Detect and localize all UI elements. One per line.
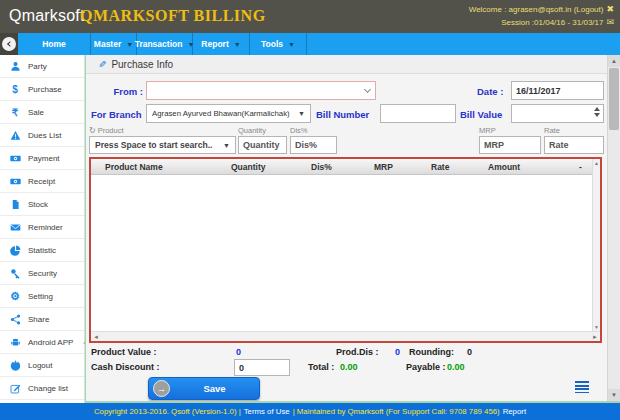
from-select[interactable] <box>146 81 376 100</box>
nav-item-tools[interactable]: Tools▼ <box>250 33 307 55</box>
col-rate: Rate <box>431 162 488 172</box>
spinner-down-icon <box>594 113 600 117</box>
sidebar-item-party[interactable]: Party <box>0 55 84 78</box>
number-spinner[interactable] <box>594 107 600 117</box>
sidebar-item-setting[interactable]: ⚙ Setting <box>0 285 84 308</box>
bill-number-input[interactable] <box>380 104 456 123</box>
scroll-up-icon[interactable]: ▲ <box>608 55 620 67</box>
sidebar: Party $ Purchase ₹ Sale Dues List Paymen… <box>0 55 85 403</box>
col-dis: Dis% <box>311 162 374 172</box>
chevron-down-icon: ▼ <box>288 41 295 48</box>
dis-input[interactable] <box>290 136 337 154</box>
chevron-down-icon: ▼ <box>223 142 230 149</box>
scroll-down-icon[interactable]: ▼ <box>608 389 620 401</box>
scroll-right-icon[interactable]: ► <box>590 334 600 340</box>
warning-icon <box>9 129 21 141</box>
close-icon[interactable]: ✖ <box>606 3 614 16</box>
product-search-select[interactable]: Press Space to start search.. ▼ <box>89 136 236 154</box>
sidebar-item-share[interactable]: Share <box>0 308 84 331</box>
welcome-text[interactable]: Welcome : agrasen@qsoft.in (Logout) <box>469 3 604 16</box>
prod-dis-label: Prod.Dis : <box>336 347 379 357</box>
cash-discount-label: Cash Discount : <box>91 362 160 372</box>
chevron-down-icon: ▼ <box>234 41 241 48</box>
sidebar-item-security[interactable]: Security <box>0 262 84 285</box>
scroll-down-icon[interactable]: ▼ <box>593 323 600 331</box>
grid-horizontal-scrollbar[interactable]: ◄ ► <box>91 331 600 341</box>
col-amount: Amount <box>488 162 561 172</box>
product-value: 0 <box>236 347 241 357</box>
cash-discount-input[interactable] <box>234 359 290 376</box>
chevron-left-icon <box>7 41 13 47</box>
sidebar-item-payment[interactable]: Payment <box>0 147 84 170</box>
gear-icon: ⚙ <box>9 290 21 302</box>
edit-icon <box>9 382 21 394</box>
grid-body-empty <box>91 175 592 331</box>
bill-value-label: Bill Value <box>460 109 502 120</box>
footer-copyright: Copyright 2013-2016. Qsoft (Version-1.0)… <box>94 407 241 416</box>
footer-terms-link[interactable]: Terms of Use <box>244 407 290 416</box>
scroll-up-icon[interactable]: ▲ <box>593 159 600 167</box>
branch-label: For Branch <box>91 109 142 120</box>
save-button[interactable]: → Save <box>148 377 260 400</box>
quantity-input[interactable] <box>238 136 287 154</box>
user-icon <box>9 60 21 72</box>
page-title: Purchase Info <box>111 59 173 70</box>
prod-dis-value: 0 <box>395 347 400 357</box>
pencil-icon: ✎ <box>98 59 106 70</box>
sidebar-item-sale[interactable]: ₹ Sale <box>0 101 84 124</box>
envelope-icon[interactable]: ✉ <box>606 16 614 29</box>
nav-item-transaction[interactable]: Transaction▼ <box>137 33 193 55</box>
footer: Copyright 2013-2016. Qsoft (Version-1.0)… <box>0 403 620 420</box>
sidebar-item-purchase[interactable]: $ Purchase <box>0 78 84 101</box>
payable-value: 0.00 <box>447 362 465 372</box>
power-icon <box>9 359 21 371</box>
bill-value-input[interactable] <box>511 104 604 123</box>
envelope-icon <box>9 221 21 233</box>
android-icon <box>9 336 21 348</box>
money-icon <box>9 152 21 164</box>
nav-collapse-zone <box>0 33 18 55</box>
grid-header-row: Product Name Quantity Dis% MRP Rate Amou… <box>91 159 600 175</box>
sidebar-collapse-button[interactable] <box>2 37 16 51</box>
mrp-input[interactable] <box>479 136 541 154</box>
product-mini-label: ↻Product <box>89 126 124 135</box>
grid-vertical-scrollbar[interactable]: ▲ ▼ <box>592 159 600 331</box>
arrow-right-icon: → <box>153 380 170 397</box>
total-label: Total : <box>308 362 334 372</box>
branch-select[interactable]: Agrasen Ayurved Bhawan(Karmalichak) ▼ <box>146 104 311 123</box>
rate-input[interactable] <box>544 136 604 154</box>
sidebar-item-reminder[interactable]: Reminder <box>0 216 84 239</box>
total-value: 0.00 <box>340 362 358 372</box>
sidebar-item-statistic[interactable]: Statistic <box>0 239 84 262</box>
session-text: Session :01/04/16 - 31/03/17 <box>501 16 603 29</box>
scroll-left-icon[interactable]: ◄ <box>91 334 101 340</box>
footer-report-link[interactable]: Report <box>503 407 526 416</box>
bill-number-label: Bill Number <box>316 109 369 120</box>
sidebar-item-dues-list[interactable]: Dues List <box>0 124 84 147</box>
app-header: Qmarksoft QMARKSOFT BILLING Welcome : ag… <box>0 0 620 33</box>
rupee-icon: ₹ <box>9 106 21 118</box>
spinner-up-icon <box>594 107 600 111</box>
refresh-icon[interactable]: ↻ <box>89 126 96 135</box>
sidebar-item-android-app[interactable]: Android APP ↗ <box>0 331 84 354</box>
sidebar-item-stock[interactable]: Stock <box>0 193 84 216</box>
sidebar-item-change-list[interactable]: Change list <box>0 377 84 400</box>
date-label: Date : <box>477 86 503 97</box>
app-title: QMARKSOFT BILLING <box>80 7 266 25</box>
list-view-icon[interactable] <box>575 381 589 393</box>
chevron-down-icon: ▼ <box>298 110 305 117</box>
rounding-label: Rounding: <box>409 347 454 357</box>
main-vertical-scrollbar[interactable]: ▲ ▼ <box>607 55 620 401</box>
sidebar-item-logout[interactable]: Logout <box>0 354 84 377</box>
purchase-items-grid: Product Name Quantity Dis% MRP Rate Amou… <box>89 157 602 343</box>
scrollbar-thumb[interactable] <box>609 68 619 130</box>
pie-chart-icon <box>9 244 21 256</box>
date-input[interactable] <box>511 81 604 100</box>
dis-mini-label: Dis% <box>290 126 308 135</box>
nav-item-home[interactable]: Home <box>18 33 91 55</box>
sidebar-item-receipt[interactable]: Receipt <box>0 170 84 193</box>
nav-item-report[interactable]: Report▼ <box>193 33 250 55</box>
main-panel: ✎ Purchase Info From : Date : For Branch… <box>85 55 620 403</box>
nav-item-master[interactable]: Master▼ <box>91 33 137 55</box>
app-logo: Qmarksoft <box>9 7 85 25</box>
